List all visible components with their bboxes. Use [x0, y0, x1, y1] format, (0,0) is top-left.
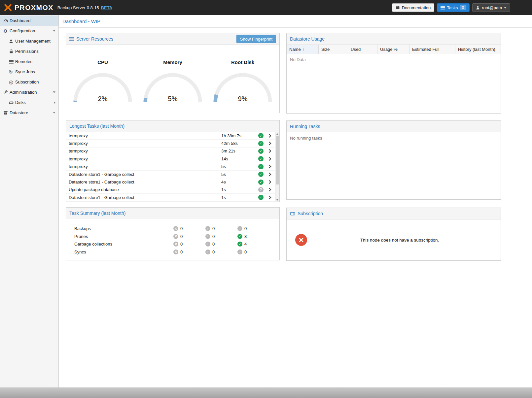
topbar: PROXMOX Backup Server 0.8-15 BETA Docume…	[0, 0, 532, 15]
book-icon	[396, 6, 400, 10]
unlock-icon	[9, 49, 15, 54]
sidebar-label: Remotes	[15, 59, 55, 64]
scroll-up-button[interactable]	[275, 132, 279, 136]
chevron-right-icon[interactable]	[266, 180, 274, 184]
column-header-size[interactable]: Size	[319, 45, 348, 54]
task-row[interactable]: termproxy 14s	[66, 155, 275, 163]
status-ok-icon	[258, 172, 264, 177]
sidebar-item-disks[interactable]: Disks	[0, 97, 58, 108]
page-header: Dashboard - WIP	[59, 15, 532, 28]
chevron-down-icon[interactable]	[53, 91, 55, 93]
task-row[interactable]: Datastore store1 - Garbage collect 5s	[66, 171, 275, 178]
longest-tasks-title: Longest Tasks (last Month)	[69, 123, 124, 129]
sidebar-label: Disks	[15, 100, 54, 105]
server-resources-header: Server Resources Show Fingerprint	[66, 33, 279, 45]
running-tasks-panel: Running Tasks No running tasks	[286, 120, 501, 200]
status-ok-icon	[258, 164, 264, 169]
sidebar-item-user-management[interactable]: User Management	[0, 36, 58, 46]
task-row[interactable]: termproxy 3m 21s	[66, 148, 275, 155]
longest-tasks-list: termproxy 1h 38m 7s termproxy 42m 58s	[66, 132, 279, 202]
status-ok-icon	[258, 195, 264, 200]
tachometer-icon	[3, 18, 10, 23]
summary-row-backups[interactable]: Backups 0 0 0	[66, 225, 279, 233]
chevron-right-icon[interactable]	[266, 195, 274, 200]
task-row[interactable]: termproxy 1h 38m 7s	[66, 132, 275, 140]
sidebar-item-sync-jobs[interactable]: ↻ Sync Jobs	[0, 67, 58, 77]
server-list-icon	[9, 60, 15, 64]
error-circle-icon: ×	[295, 234, 307, 246]
documentation-button[interactable]: Documentation	[392, 3, 434, 12]
longest-tasks-header: Longest Tasks (last Month)	[66, 120, 279, 132]
chevron-right-icon[interactable]	[266, 134, 274, 138]
topbar-actions: Documentation Tasks 0 root@pam	[392, 3, 510, 12]
sidebar-item-administration[interactable]: Administration	[0, 87, 58, 97]
summary-row-garbage-collections[interactable]: Garbage collections 0 0 4	[66, 240, 279, 248]
warning-count: 0	[212, 226, 215, 231]
beta-link[interactable]: BETA	[101, 5, 112, 10]
summary-row-syncs[interactable]: Syncs 0 0 0	[66, 248, 279, 256]
chevron-down-icon[interactable]	[53, 30, 55, 32]
scrollbar[interactable]	[275, 132, 279, 202]
wrench-icon	[3, 90, 10, 95]
user-icon	[9, 39, 15, 44]
task-row[interactable]: termproxy 42m 58s	[66, 140, 275, 147]
scrollbar-thumb[interactable]	[276, 136, 279, 184]
column-header-estimated-full[interactable]: Estimated Full	[409, 45, 455, 54]
gauge-root-disk-label: Root Disk	[213, 59, 273, 65]
task-row[interactable]: Datastore store1 - Garbage collect 4s	[66, 178, 275, 186]
summary-label: Garbage collections	[66, 242, 173, 247]
task-name: Datastore store1 - Garbage collect	[69, 195, 221, 200]
task-name: termproxy	[69, 164, 221, 169]
column-header-usage-percent[interactable]: Usage %	[377, 45, 409, 54]
summary-label: Prunes	[66, 234, 173, 239]
warning-count-icon	[205, 226, 210, 231]
page-title: Dashboard - WIP	[62, 18, 100, 24]
sidebar-label: Administration	[10, 90, 53, 95]
ok-count-icon	[237, 226, 242, 231]
resources-bars-icon	[69, 37, 74, 41]
ok-count: 3	[244, 234, 247, 239]
summary-row-prunes[interactable]: Prunes 0 0 3	[66, 233, 279, 241]
sidebar-item-subscription[interactable]: ◎ Subscription	[0, 77, 58, 87]
chevron-right-icon[interactable]	[266, 164, 274, 169]
longest-tasks-panel: Longest Tasks (last Month) termproxy 1h …	[66, 120, 280, 202]
chevron-right-icon[interactable]	[266, 149, 274, 153]
summary-label: Backups	[66, 226, 173, 231]
scroll-down-button[interactable]	[275, 198, 279, 202]
show-fingerprint-button[interactable]: Show Fingerprint	[236, 35, 276, 43]
task-name: Update package database	[69, 187, 221, 192]
sidebar-item-remotes[interactable]: Remotes	[0, 56, 58, 67]
user-menu-button[interactable]: root@pam	[472, 3, 510, 12]
sidebar-item-datastore[interactable]: Datastore	[0, 108, 58, 118]
task-row[interactable]: Datastore store1 - Garbage collect 1s	[66, 194, 275, 201]
warning-count-icon	[205, 234, 210, 239]
chevron-right-icon[interactable]	[266, 141, 274, 146]
subscription-title: Subscription	[298, 211, 323, 216]
main-area: Dashboard - WIP Server Resources Show Fi…	[59, 15, 532, 387]
column-header-history[interactable]: History (last Month)	[455, 45, 501, 54]
chevron-down-icon	[504, 7, 507, 9]
server-resources-body: CPU 2% Memory	[66, 45, 279, 113]
sidebar-item-dashboard[interactable]: Dashboard	[0, 16, 58, 26]
task-row[interactable]: Update package database 1s	[66, 186, 275, 194]
error-count-icon	[173, 242, 178, 247]
chevron-right-icon[interactable]	[54, 101, 55, 104]
task-name: termproxy	[69, 149, 221, 153]
status-ok-icon	[258, 156, 264, 161]
datastore-usage-panel: Datastore Usage Name ↑ Size Used Usage %…	[286, 33, 501, 114]
proxmox-logo-icon	[3, 3, 13, 12]
chevron-down-icon[interactable]	[53, 112, 55, 114]
tasks-button[interactable]: Tasks 0	[437, 3, 470, 12]
no-running-tasks-text: No running tasks	[290, 136, 322, 141]
column-header-used[interactable]: Used	[348, 45, 377, 54]
task-duration: 5s	[221, 164, 256, 169]
sidebar-item-configuration[interactable]: ⚙ Configuration	[0, 26, 58, 36]
chevron-right-icon[interactable]	[266, 172, 274, 177]
sort-ascending-icon: ↑	[302, 47, 304, 52]
column-header-name[interactable]: Name ↑	[287, 45, 319, 54]
task-row[interactable]: termproxy 5s	[66, 163, 275, 171]
chevron-right-icon[interactable]	[266, 187, 274, 192]
sidebar-item-permissions[interactable]: Permissions	[0, 46, 58, 56]
warning-count-icon	[205, 242, 210, 247]
chevron-right-icon[interactable]	[266, 157, 274, 161]
